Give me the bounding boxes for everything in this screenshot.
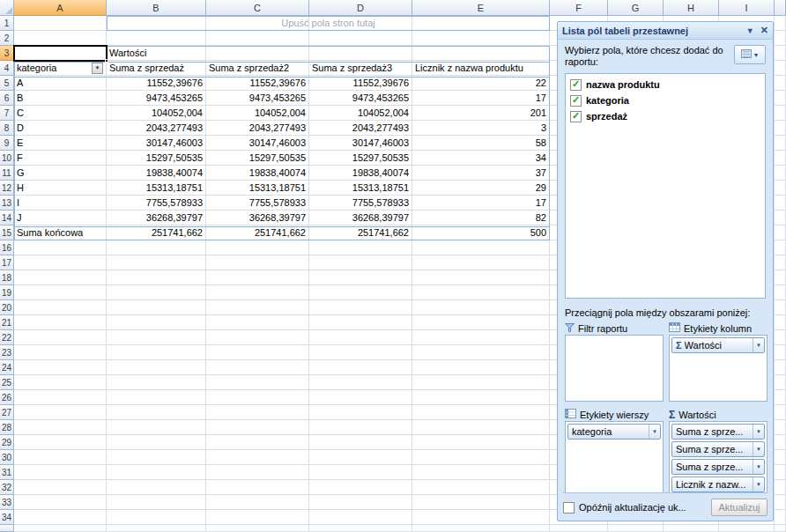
field-button-licznik[interactable]: Licznik z nazw... ▼ bbox=[671, 477, 765, 492]
cell-Hp[interactable] bbox=[664, 525, 719, 532]
row-header-1[interactable]: 1 bbox=[0, 16, 14, 31]
cell-E9[interactable]: 58 bbox=[412, 136, 550, 151]
cell-X22[interactable] bbox=[775, 330, 786, 345]
cell-E26[interactable] bbox=[412, 390, 550, 405]
cell-A16[interactable] bbox=[14, 240, 107, 255]
row-labels-area[interactable]: kategoria ▼ bbox=[565, 421, 664, 493]
column-header-E[interactable]: E bbox=[412, 0, 550, 16]
cell-E3[interactable] bbox=[412, 46, 550, 61]
cell-E32[interactable] bbox=[412, 480, 550, 495]
cell-A2[interactable] bbox=[14, 31, 107, 46]
cell-B6[interactable]: 9473,453265 bbox=[107, 91, 206, 106]
cell-B15[interactable]: 251741,662 bbox=[107, 225, 206, 240]
cell-X26[interactable] bbox=[775, 390, 786, 405]
cell-D29[interactable] bbox=[309, 435, 412, 450]
cell-B33[interactable] bbox=[107, 495, 206, 510]
cell-C25[interactable] bbox=[206, 375, 309, 390]
cell-X16[interactable] bbox=[775, 240, 786, 255]
cell-Fp[interactable] bbox=[550, 525, 608, 532]
row-header-8[interactable]: 8 bbox=[0, 121, 14, 136]
cell-D24[interactable] bbox=[309, 360, 412, 375]
cell-C13[interactable]: 7755,578933 bbox=[206, 196, 309, 211]
cell-A33[interactable] bbox=[14, 495, 107, 510]
chevron-down-icon[interactable]: ▼ bbox=[753, 425, 764, 439]
cell-B26[interactable] bbox=[107, 390, 206, 405]
field-item-kategoria[interactable]: kategoria bbox=[567, 92, 763, 108]
page-fields-drop-zone[interactable]: Upuść pola stron tutaj bbox=[107, 16, 550, 31]
cell-X29[interactable] bbox=[775, 435, 786, 450]
cell-D3[interactable] bbox=[309, 46, 412, 61]
field-button-wartosci[interactable]: Σ Wartości ▼ bbox=[671, 337, 765, 353]
cell-Bp[interactable] bbox=[107, 525, 206, 532]
cell-D7[interactable]: 104052,004 bbox=[309, 106, 412, 121]
cell-D27[interactable] bbox=[309, 405, 412, 420]
cell-B21[interactable] bbox=[107, 315, 206, 330]
cell-X31[interactable] bbox=[775, 465, 786, 480]
cell-D9[interactable]: 30147,46003 bbox=[309, 136, 412, 151]
cell-X24[interactable] bbox=[775, 360, 786, 375]
row-header-34[interactable]: 34 bbox=[0, 510, 14, 525]
row-header-16[interactable]: 16 bbox=[0, 240, 14, 255]
column-header-B[interactable]: B bbox=[107, 0, 206, 16]
row-header-25[interactable]: 25 bbox=[0, 375, 14, 390]
column-header-H[interactable]: H bbox=[664, 0, 719, 16]
cell-A6[interactable]: B bbox=[14, 91, 107, 106]
row-header-6[interactable]: 6 bbox=[0, 91, 14, 106]
row-header-13[interactable]: 13 bbox=[0, 196, 14, 211]
cell-C21[interactable] bbox=[206, 315, 309, 330]
cell-A8[interactable]: D bbox=[14, 121, 107, 136]
cell-E34[interactable] bbox=[412, 510, 550, 525]
cell-E21[interactable] bbox=[412, 315, 550, 330]
cell-C6[interactable]: 9473,453265 bbox=[206, 91, 309, 106]
cell-C15[interactable]: 251741,662 bbox=[206, 225, 309, 240]
cell-X17[interactable] bbox=[775, 255, 786, 270]
cell-A15[interactable]: Suma końcowa bbox=[14, 225, 107, 240]
cell-D33[interactable] bbox=[309, 495, 412, 510]
cell-B24[interactable] bbox=[107, 360, 206, 375]
cell-A9[interactable]: E bbox=[14, 136, 107, 151]
cell-D4[interactable]: Suma z sprzedaż3 bbox=[309, 61, 412, 76]
cell-X2[interactable] bbox=[775, 31, 786, 46]
cell-X25[interactable] bbox=[775, 375, 786, 390]
cell-A18[interactable] bbox=[14, 270, 107, 285]
cell-E29[interactable] bbox=[412, 435, 550, 450]
cell-C18[interactable] bbox=[206, 270, 309, 285]
cell-X6[interactable] bbox=[775, 91, 786, 106]
row-header-21[interactable]: 21 bbox=[0, 315, 14, 330]
cell-E23[interactable] bbox=[412, 345, 550, 360]
row-header-28[interactable]: 28 bbox=[0, 420, 14, 435]
cell-D8[interactable]: 2043,277493 bbox=[309, 121, 412, 136]
row-header-17[interactable]: 17 bbox=[0, 255, 14, 270]
cell-E5[interactable]: 22 bbox=[412, 76, 550, 91]
row-header-32[interactable]: 32 bbox=[0, 480, 14, 495]
cell-B29[interactable] bbox=[107, 435, 206, 450]
cell-B14[interactable]: 36268,39797 bbox=[107, 211, 206, 225]
cell-X21[interactable] bbox=[775, 315, 786, 330]
column-header-D[interactable]: D bbox=[309, 0, 412, 16]
cell-E17[interactable] bbox=[412, 255, 550, 270]
row-header-29[interactable]: 29 bbox=[0, 435, 14, 450]
cell-D21[interactable] bbox=[309, 315, 412, 330]
row-header-7[interactable]: 7 bbox=[0, 106, 14, 121]
row-header-20[interactable]: 20 bbox=[0, 300, 14, 315]
cell-A22[interactable] bbox=[14, 330, 107, 345]
chevron-down-icon[interactable]: ▼ bbox=[649, 425, 660, 439]
cell-E28[interactable] bbox=[412, 420, 550, 435]
cell-C30[interactable] bbox=[206, 450, 309, 465]
cell-C32[interactable] bbox=[206, 480, 309, 495]
row-header-partial[interactable] bbox=[0, 525, 14, 532]
cell-E11[interactable]: 37 bbox=[412, 166, 550, 181]
cell-D18[interactable] bbox=[309, 270, 412, 285]
cell-B12[interactable]: 15313,18751 bbox=[107, 181, 206, 196]
cell-D31[interactable] bbox=[309, 465, 412, 480]
cell-E31[interactable] bbox=[412, 465, 550, 480]
cell-B34[interactable] bbox=[107, 510, 206, 525]
cell-A25[interactable] bbox=[14, 375, 107, 390]
cell-D19[interactable] bbox=[309, 285, 412, 300]
row-header-27[interactable]: 27 bbox=[0, 405, 14, 420]
cell-C5[interactable]: 11552,39676 bbox=[206, 76, 309, 91]
cell-A31[interactable] bbox=[14, 465, 107, 480]
cell-A30[interactable] bbox=[14, 450, 107, 465]
column-header-F[interactable]: F bbox=[550, 0, 608, 16]
cell-D10[interactable]: 15297,50535 bbox=[309, 151, 412, 166]
